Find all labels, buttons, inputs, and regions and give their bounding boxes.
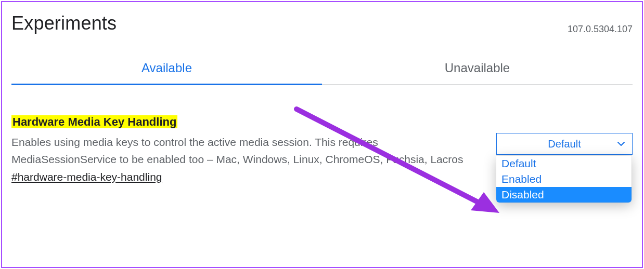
page-title: Experiments (11, 12, 117, 34)
flag-select[interactable]: Default (496, 133, 633, 155)
option-enabled[interactable]: Enabled (496, 171, 632, 187)
flag-description: Enables using media keys to control the … (11, 134, 486, 168)
tab-unavailable[interactable]: Unavailable (322, 52, 633, 85)
version-text: 107.0.5304.107 (568, 24, 633, 35)
flag-text: Hardware Media Key Handling Enables usin… (11, 115, 486, 183)
option-default[interactable]: Default (496, 156, 632, 171)
flag-select-dropdown: Default Enabled Disabled (496, 156, 632, 203)
flag-row: Hardware Media Key Handling Enables usin… (11, 115, 633, 183)
flag-select-wrap: Default Default Enabled Disabled (496, 133, 633, 155)
tabs: Available Unavailable (11, 52, 633, 85)
flag-select-value: Default (548, 138, 581, 150)
flag-anchor-link[interactable]: #hardware-media-key-handling (11, 171, 162, 183)
chevron-down-icon (617, 140, 625, 147)
tab-available[interactable]: Available (11, 52, 322, 85)
flag-title: Hardware Media Key Handling (11, 115, 177, 128)
page-frame: Experiments 107.0.5304.107 Available Una… (1, 1, 643, 268)
option-disabled[interactable]: Disabled (496, 187, 632, 203)
header: Experiments 107.0.5304.107 (11, 12, 633, 35)
